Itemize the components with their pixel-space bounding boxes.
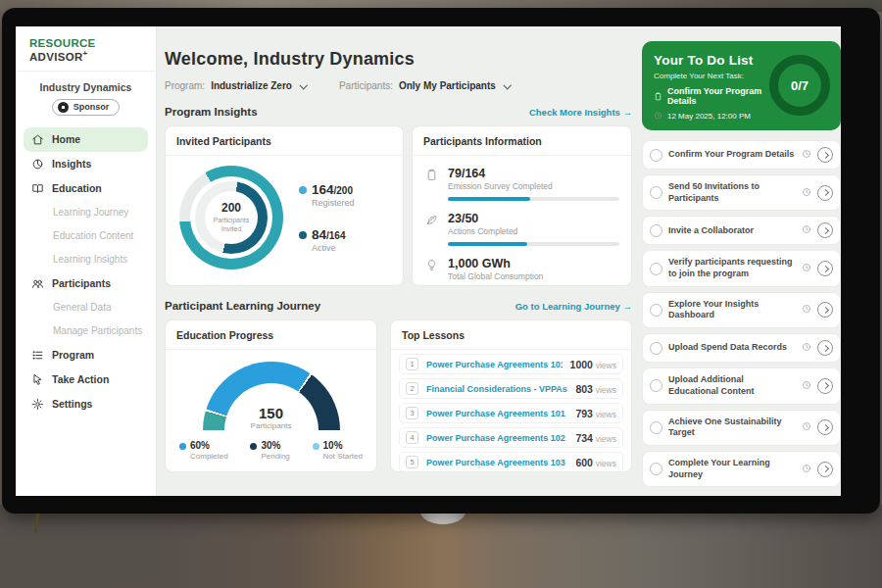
sidebar-item-learning-insights[interactable]: Learning Insights (16, 248, 156, 271)
task-checkbox[interactable] (650, 149, 662, 162)
lesson-views-count: 803 (575, 383, 593, 395)
check-more-insights-link[interactable]: Check More Insights → (529, 107, 632, 118)
task-go-button[interactable] (817, 378, 833, 394)
progress-fill (448, 197, 530, 201)
task-item[interactable]: Send 50 Invitations to Participants (642, 174, 841, 211)
legend-value: 84 (312, 227, 326, 242)
invited-donut-chart: 200 Participants Invited (179, 166, 283, 270)
program-dropdown[interactable]: Program: Industrialize Zero (165, 80, 306, 91)
todo-summary-panel: Your To Do List Complete Your Next Task:… (642, 41, 841, 130)
sidebar-item-home[interactable]: Home (24, 127, 148, 152)
task-go-button[interactable] (817, 462, 833, 477)
lesson-title-link[interactable]: Financial Considerations - VPPAs (426, 384, 567, 394)
donut-center-label: Participants Invited (210, 217, 253, 234)
task-item[interactable]: Confirm Your Program Details (642, 140, 841, 170)
go-to-learning-journey-link[interactable]: Go to Learning Journey → (515, 301, 632, 312)
task-item[interactable]: Explore Your Insights Dashboard (642, 292, 841, 328)
lesson-title-link[interactable]: Power Purchase Agreements 101 (426, 409, 567, 418)
lesson-title-link[interactable]: Power Purchase Agreements 102 (426, 433, 567, 443)
top-lessons-card: Top Lessons 1 Power Purchase Agreements … (390, 319, 632, 472)
task-item[interactable]: Invite a Collaborator (642, 216, 841, 245)
clock-icon (802, 304, 811, 316)
task-go-button[interactable] (817, 302, 833, 318)
task-checkbox[interactable] (650, 379, 662, 392)
donut-center: 200 Participants Invited (205, 191, 258, 244)
logo-resource: RESOURCE (29, 37, 96, 49)
collapse-tasks-link[interactable]: Collapse Tasks (642, 492, 841, 496)
lesson-views-count: 600 (575, 457, 593, 468)
todo-task-list: Confirm Your Program Details Send 50 Inv… (642, 140, 841, 496)
task-label: Upload Additional Educational Content (668, 374, 796, 397)
section-title: Participant Learning Journey (165, 300, 320, 312)
task-item[interactable]: Complete Your Learning Journey (642, 451, 841, 487)
sidebar-item-manage-participants[interactable]: Manage Participants (16, 319, 156, 343)
task-label: Send 50 Invitations to Participants (668, 181, 796, 204)
lesson-row[interactable]: 4 Power Purchase Agreements 102 734 view… (399, 427, 623, 448)
clock-icon (802, 380, 811, 392)
sidebar-item-program[interactable]: Program (16, 343, 156, 368)
sidebar-item-general-data[interactable]: General Data (16, 296, 156, 319)
task-go-button[interactable] (817, 261, 833, 276)
lesson-title-link[interactable]: Power Purchase Agreements 101 (426, 360, 563, 369)
task-go-button[interactable] (817, 185, 833, 201)
participants-filter-label: Participants: (339, 80, 393, 91)
insights-icon (31, 158, 44, 171)
task-go-button[interactable] (817, 419, 833, 435)
task-checkbox[interactable] (650, 304, 662, 317)
sidebar-item-education[interactable]: Education (16, 176, 156, 201)
org-name: Industry Dynamics (16, 81, 156, 93)
task-label: Invite a Collaborator (668, 225, 796, 237)
lesson-row[interactable]: 1 Power Purchase Agreements 101 1000 vie… (399, 354, 623, 374)
task-label: Verify participants requesting to join t… (668, 257, 796, 279)
chevron-down-icon (503, 81, 511, 89)
invited-legend: 164/200 Registered 84/164 Active (299, 182, 355, 253)
task-item[interactable]: Upload Additional Educational Content (642, 368, 841, 404)
lesson-row[interactable]: 5 Power Purchase Agreements 103 600 view… (399, 452, 623, 472)
clock-icon (802, 263, 811, 274)
legend-label: Not Started (323, 452, 363, 461)
chevron-down-icon (299, 81, 307, 89)
task-go-button[interactable] (817, 340, 833, 356)
task-checkbox[interactable] (650, 224, 662, 237)
legend-denominator: /164 (326, 230, 345, 241)
sidebar-item-take-action[interactable]: Take Action (16, 368, 156, 392)
lesson-views-word: views (596, 459, 616, 468)
task-checkbox[interactable] (650, 421, 662, 434)
lesson-views-word: views (596, 385, 616, 395)
task-item[interactable]: Achieve One Sustainability Target (642, 410, 841, 446)
list-icon (31, 349, 44, 362)
sidebar-item-education-content[interactable]: Education Content (16, 224, 156, 248)
sidebar-item-settings[interactable]: Settings (16, 392, 156, 416)
gauge-center: 150 Participants (203, 405, 340, 430)
lesson-row[interactable]: 2 Financial Considerations - VPPAs 803 v… (399, 378, 623, 399)
participants-dropdown[interactable]: Participants: Only My Participants (339, 80, 510, 91)
task-checkbox[interactable] (650, 186, 662, 199)
lesson-views-count: 1000 (570, 359, 593, 370)
lesson-title-link[interactable]: Power Purchase Agreements 103 (426, 458, 567, 467)
legend-percent: 30% (261, 440, 289, 451)
gauge-center-value: 150 (203, 405, 340, 421)
task-go-button[interactable] (817, 147, 833, 163)
legend-registered: 164/200 Registered (299, 182, 355, 208)
clock-icon (802, 187, 811, 199)
task-checkbox[interactable] (650, 263, 662, 275)
sidebar-item-participants[interactable]: Participants (16, 271, 156, 296)
sidebar-item-insights[interactable]: Insights (16, 152, 156, 176)
book-icon (31, 182, 44, 195)
task-checkbox[interactable] (650, 463, 662, 475)
lesson-row[interactable]: 3 Power Purchase Agreements 101 793 view… (399, 403, 623, 423)
task-item[interactable]: Upload Spend Data Records (642, 333, 841, 363)
sidebar-item-learning-journey[interactable]: Learning Journey (16, 201, 156, 224)
clipboard-icon (654, 92, 662, 101)
learning-cards-row: Education Progress 150 Participants 60% … (165, 319, 632, 472)
metric-value: 1,000 GWh (448, 257, 619, 270)
todo-column: Your To Do List Complete Your Next Task:… (642, 26, 841, 496)
task-item[interactable]: Verify participants requesting to join t… (642, 250, 841, 286)
task-go-button[interactable] (817, 222, 833, 238)
gear-icon (31, 398, 44, 411)
card-title: Education Progress (166, 320, 376, 350)
sponsor-icon (58, 102, 69, 113)
task-checkbox[interactable] (650, 342, 662, 355)
legend-completed: 60% Completed (179, 440, 228, 461)
sidebar-item-label: Take Action (52, 373, 109, 385)
